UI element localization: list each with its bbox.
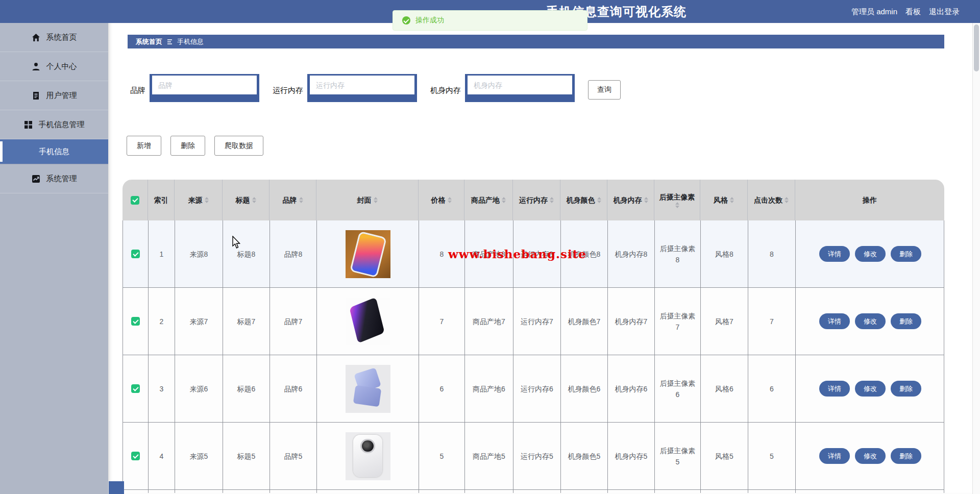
brand-input[interactable] xyxy=(152,76,257,94)
table-header-row: 索引来源标题品牌封面价格商品产地运行内存机身颜色机身内存后摄主像素风格点击次数操… xyxy=(122,180,944,220)
detail-button[interactable]: 详情 xyxy=(819,313,850,329)
table-row: 2来源7标题7品牌77商品产地7运行内存7机身颜色7机身内存7后摄主像素7风格7… xyxy=(122,288,944,355)
sidebar-item-系统管理[interactable]: 系统管理 xyxy=(0,164,108,193)
sidebar-item-手机信息管理[interactable]: 手机信息管理 xyxy=(0,110,108,139)
cell-color: 机身颜色5 xyxy=(561,423,608,489)
add-button[interactable]: 新增 xyxy=(127,136,161,156)
vertical-scrollbar xyxy=(972,23,980,494)
sidebar: 系统首页个人中心用户管理手机信息管理手机信息系统管理 xyxy=(0,23,108,494)
cell-title: 标题5 xyxy=(223,423,270,489)
edit-button[interactable]: 修改 xyxy=(855,313,886,329)
cell-storage: 机身内存6 xyxy=(608,355,655,422)
cell-storage: 机身内存8 xyxy=(608,220,655,287)
table-row-partial xyxy=(122,490,944,493)
sidebar-item-label: 手机信息 xyxy=(39,147,69,157)
column-header-label: 索引 xyxy=(154,195,168,205)
sidebar-item-手机信息[interactable]: 手机信息 xyxy=(0,139,108,164)
column-header-点击次数[interactable]: 点击次数 xyxy=(748,180,795,220)
cell-empty xyxy=(123,490,149,493)
column-header-价格[interactable]: 价格 xyxy=(419,180,464,220)
edit-button[interactable]: 修改 xyxy=(855,448,886,464)
sort-caret-icon[interactable] xyxy=(597,197,601,203)
logout-link[interactable]: 退出登录 xyxy=(929,0,960,23)
cell-storage: 机身内存7 xyxy=(608,288,655,355)
column-header-来源[interactable]: 来源 xyxy=(175,180,223,220)
breadcrumb-item-home[interactable]: 系统首页 xyxy=(136,37,162,46)
column-header-品牌[interactable]: 品牌 xyxy=(270,180,316,220)
home-icon xyxy=(32,33,40,42)
sort-caret-icon[interactable] xyxy=(730,197,734,203)
detail-button[interactable]: 详情 xyxy=(819,448,850,464)
sort-caret-icon[interactable] xyxy=(675,202,679,208)
cell-clicks: 8 xyxy=(748,220,796,287)
detail-button[interactable]: 详情 xyxy=(819,381,850,397)
sidebar-item-用户管理[interactable]: 用户管理 xyxy=(0,81,108,110)
delete-button[interactable]: 删除 xyxy=(170,136,205,156)
cell-empty xyxy=(655,490,701,493)
cell-index: 1 xyxy=(149,220,175,287)
cell-ram: 运行内存7 xyxy=(513,288,561,355)
sidebar-item-个人中心[interactable]: 个人中心 xyxy=(0,52,108,81)
sort-caret-icon[interactable] xyxy=(299,197,303,203)
storage-input[interactable] xyxy=(468,76,572,94)
cell-origin: 商品产地6 xyxy=(465,355,513,422)
brand-filter-label: 品牌 xyxy=(130,81,145,95)
select-all-checkbox[interactable] xyxy=(131,196,139,205)
row-delete-button[interactable]: 删除 xyxy=(891,313,921,329)
column-header-label: 商品产地 xyxy=(471,195,500,205)
column-header-运行内存[interactable]: 运行内存 xyxy=(513,180,560,220)
column-header-风格[interactable]: 风格 xyxy=(700,180,748,220)
cell-empty xyxy=(748,490,796,493)
sort-caret-icon[interactable] xyxy=(448,197,452,203)
sidebar-item-系统首页[interactable]: 系统首页 xyxy=(0,23,108,52)
row-actions-cell: 详情修改删除 xyxy=(796,355,945,422)
row-delete-button[interactable]: 删除 xyxy=(891,381,921,397)
column-header-标题[interactable]: 标题 xyxy=(223,180,270,220)
edit-button[interactable]: 修改 xyxy=(855,381,886,397)
query-button[interactable]: 查询 xyxy=(588,80,621,100)
cell-cover xyxy=(317,355,419,422)
sidebar-item-label: 用户管理 xyxy=(46,91,77,101)
row-checkbox[interactable] xyxy=(131,250,140,258)
sort-caret-icon[interactable] xyxy=(644,197,648,203)
column-header-label: 标题 xyxy=(236,195,250,205)
column-header-机身颜色[interactable]: 机身颜色 xyxy=(560,180,607,220)
row-checkbox[interactable] xyxy=(131,452,140,460)
sort-caret-icon[interactable] xyxy=(252,197,256,203)
sort-caret-icon[interactable] xyxy=(374,197,378,203)
dashboard-link[interactable]: 看板 xyxy=(905,0,921,23)
cell-style: 风格5 xyxy=(701,423,748,489)
cell-clicks: 7 xyxy=(748,288,796,355)
scrollbar-thumb[interactable] xyxy=(974,24,979,71)
cell-brand: 品牌7 xyxy=(270,288,317,355)
row-checkbox[interactable] xyxy=(131,317,140,326)
cell-empty xyxy=(608,490,655,493)
cell-title: 标题7 xyxy=(223,288,270,355)
sort-caret-icon[interactable] xyxy=(785,197,789,203)
crawl-data-button[interactable]: 爬取数据 xyxy=(214,136,263,156)
cell-price: 5 xyxy=(419,423,465,489)
cell-camera: 后摄主像素5 xyxy=(655,423,701,489)
phone-cover-image xyxy=(346,298,390,345)
sort-caret-icon[interactable] xyxy=(205,197,209,203)
column-header-机身内存[interactable]: 机身内存 xyxy=(607,180,654,220)
cell-index: 4 xyxy=(149,423,175,489)
column-header-商品产地[interactable]: 商品产地 xyxy=(464,180,513,220)
ram-input[interactable] xyxy=(310,76,414,94)
cell-index: 3 xyxy=(149,355,175,422)
detail-button[interactable]: 详情 xyxy=(819,246,850,262)
cell-empty xyxy=(419,490,465,493)
success-toast: 操作成功 xyxy=(393,10,587,31)
column-header-封面[interactable]: 封面 xyxy=(316,180,419,220)
column-header-后摄主像素[interactable]: 后摄主像素 xyxy=(654,180,700,220)
row-delete-button[interactable]: 删除 xyxy=(891,246,921,262)
row-actions-cell: 详情修改删除 xyxy=(796,423,945,489)
sort-caret-icon[interactable] xyxy=(502,197,506,203)
row-delete-button[interactable]: 删除 xyxy=(891,448,921,464)
row-checkbox[interactable] xyxy=(131,384,140,393)
column-header-索引: 索引 xyxy=(148,180,175,220)
cell-origin: 商品产地5 xyxy=(465,423,513,489)
edit-button[interactable]: 修改 xyxy=(855,246,886,262)
sidebar-item-label: 系统管理 xyxy=(46,174,77,184)
sort-caret-icon[interactable] xyxy=(550,197,554,203)
